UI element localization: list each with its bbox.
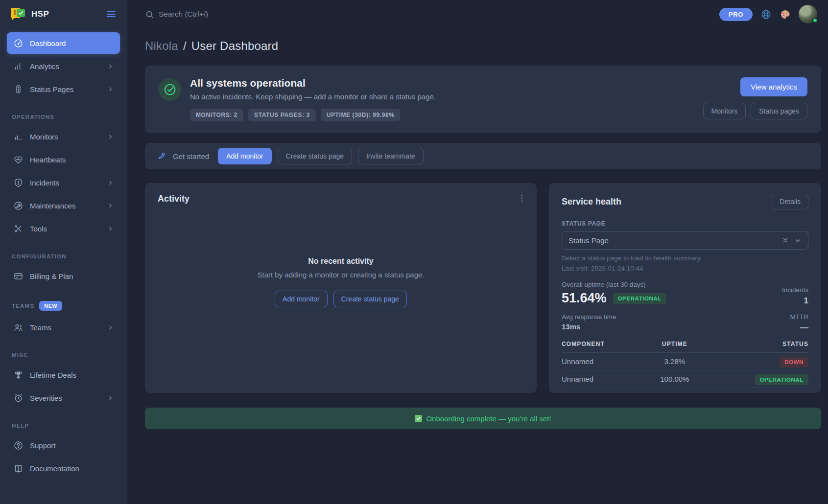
status-page-select-label: STATUS PAGE bbox=[562, 220, 808, 227]
select-helper-text: Select a status page to load its health … bbox=[562, 254, 808, 262]
section-label: HELP bbox=[12, 423, 29, 429]
service-health-card: Service health Details STATUS PAGE Statu… bbox=[549, 183, 821, 393]
incidents-value: 1 bbox=[782, 296, 808, 306]
user-avatar[interactable] bbox=[799, 5, 817, 23]
sidebar-item-support[interactable]: Support bbox=[7, 435, 120, 456]
plan-badge[interactable]: PRO bbox=[719, 8, 753, 21]
sidebar-item-dashboard[interactable]: Dashboard bbox=[7, 32, 120, 54]
sidebar-item-billing-plan[interactable]: Billing & Plan bbox=[7, 265, 120, 287]
activity-empty-state: No recent activity Start by adding a mon… bbox=[158, 204, 524, 382]
sidebar-item-monitors[interactable]: Monitors bbox=[7, 126, 120, 147]
page-content: Nikola/User Dashboard All systems operat… bbox=[127, 28, 828, 429]
mttr-value: — bbox=[790, 323, 809, 333]
analytics-icon bbox=[13, 61, 24, 71]
section-label: OPERATIONS bbox=[12, 114, 54, 120]
dashboard-icon bbox=[13, 38, 24, 48]
hero-secondary-buttons: MonitorsStatus pages bbox=[703, 103, 807, 119]
chevron-right-icon bbox=[107, 394, 114, 402]
sidebar-item-label: Lifetime Deals bbox=[30, 371, 114, 379]
status-badge: OPERATIONAL bbox=[755, 374, 808, 385]
sidebar-item-tools[interactable]: Tools bbox=[7, 218, 120, 239]
tools-icon bbox=[13, 224, 24, 234]
status-badge: DOWN bbox=[780, 357, 808, 367]
details-button[interactable]: Details bbox=[772, 194, 808, 209]
status-hero-card: All systems operational No active incide… bbox=[145, 66, 821, 133]
sidebar-item-incidents[interactable]: Incidents bbox=[7, 172, 120, 193]
sidebar-item-label: Support bbox=[30, 441, 114, 450]
sidebar-item-analytics[interactable]: Analytics bbox=[7, 55, 120, 77]
hero-stat-chips: MONITORS: 2STATUS PAGES: 3UPTIME (30D): … bbox=[190, 109, 436, 121]
sidebar-item-label: Severities bbox=[30, 394, 100, 402]
book-icon bbox=[13, 463, 24, 474]
avg-response-label: Avg response time bbox=[562, 313, 616, 321]
sidebar-section-header: OPERATIONS bbox=[0, 101, 127, 126]
create-status-page-button[interactable]: Create status page bbox=[278, 148, 352, 164]
component-uptime: 100.00% bbox=[646, 370, 703, 388]
sidebar-item-label: Analytics bbox=[30, 62, 100, 70]
component-name: Unnamed bbox=[562, 353, 646, 370]
search-icon bbox=[145, 10, 154, 19]
status-page-select[interactable]: Status Page bbox=[562, 231, 808, 250]
brand-name: HSP bbox=[31, 9, 99, 19]
heartbeats-icon bbox=[13, 155, 24, 165]
sidebar-section-header: CONFIGURATION bbox=[0, 241, 127, 265]
sidebar-item-maintenances[interactable]: Maintenances bbox=[7, 195, 120, 216]
table-header: STATUS bbox=[703, 341, 808, 353]
chevron-down-icon[interactable] bbox=[794, 237, 802, 244]
add-monitor-button[interactable]: Add monitor bbox=[275, 291, 327, 307]
breadcrumb-parent[interactable]: Nikola bbox=[145, 39, 178, 52]
sidebar-item-teams[interactable]: Teams bbox=[7, 317, 120, 338]
sidebar-item-lifetime-deals[interactable]: Lifetime Deals bbox=[7, 364, 120, 386]
app-logo-icon[interactable] bbox=[11, 7, 25, 21]
sidebar-item-heartbeats[interactable]: Heartbeats bbox=[7, 149, 120, 170]
search-input[interactable]: Search (Ctrl+/) bbox=[145, 10, 719, 19]
empty-state-subtitle: Start by adding a monitor or creating a … bbox=[257, 271, 424, 279]
billing-icon bbox=[13, 271, 24, 281]
sidebar-item-label: Monitors bbox=[30, 133, 100, 141]
activity-title: Activity bbox=[158, 194, 524, 204]
add-monitor-button[interactable]: Add monitor bbox=[218, 148, 271, 164]
menu-toggle-icon[interactable] bbox=[105, 8, 117, 20]
status-pages-icon bbox=[13, 84, 24, 94]
kebab-menu-icon[interactable]: ⋮ bbox=[518, 194, 526, 202]
create-status-page-button[interactable]: Create status page bbox=[333, 291, 407, 307]
invite-teammate-button[interactable]: Invite teammate bbox=[358, 148, 424, 164]
table-row: Unnamed3.28%DOWN bbox=[562, 353, 808, 370]
language-globe-icon[interactable] bbox=[760, 9, 772, 20]
hero-stat-chip: MONITORS: 2 bbox=[190, 109, 243, 121]
get-started-label: Get started bbox=[173, 152, 209, 160]
chevron-right-icon bbox=[107, 225, 114, 232]
onboarding-banner: Onboarding complete — you’re all set! bbox=[145, 408, 821, 429]
breadcrumb: Nikola/User Dashboard bbox=[145, 39, 821, 53]
activity-buttons: Add monitorCreate status page bbox=[275, 291, 407, 307]
hero-stat-chip: STATUS PAGES: 3 bbox=[248, 109, 316, 121]
banner-text: Onboarding complete — you’re all set! bbox=[426, 414, 551, 423]
sidebar-item-status-pages[interactable]: Status Pages bbox=[7, 78, 120, 100]
sidebar-item-label: Teams bbox=[30, 323, 100, 332]
hero-subtitle: No active incidents. Keep shipping — add… bbox=[190, 92, 436, 101]
component-name: Unnamed bbox=[562, 370, 646, 388]
chevron-right-icon bbox=[107, 179, 114, 186]
search-placeholder: Search (Ctrl+/) bbox=[159, 10, 208, 19]
sidebar-item-severities[interactable]: Severities bbox=[7, 387, 120, 409]
topbar-actions: PRO bbox=[719, 5, 817, 23]
table-header: UPTIME bbox=[646, 341, 703, 353]
sidebar-item-label: Dashboard bbox=[30, 39, 114, 47]
chevron-right-icon bbox=[107, 202, 114, 209]
table-header-row: COMPONENTUPTIMESTATUS bbox=[562, 341, 808, 353]
status-page-select-value: Status Page bbox=[568, 236, 782, 245]
teams-icon bbox=[13, 322, 24, 333]
monitors-button[interactable]: Monitors bbox=[703, 103, 746, 119]
chevron-right-icon bbox=[107, 324, 114, 331]
chevron-right-icon bbox=[107, 86, 114, 93]
sidebar-item-label: Maintenances bbox=[30, 202, 100, 210]
status-pages-button[interactable]: Status pages bbox=[751, 103, 807, 119]
theme-palette-icon[interactable] bbox=[780, 9, 791, 20]
view-analytics-button[interactable]: View analytics bbox=[740, 77, 807, 96]
clear-selection-icon[interactable] bbox=[782, 237, 789, 244]
hero-title: All systems operational bbox=[190, 77, 436, 89]
sidebar-item-label: Billing & Plan bbox=[30, 272, 114, 280]
section-label: MISC bbox=[12, 352, 28, 358]
operational-check-icon bbox=[159, 78, 181, 101]
sidebar-item-documentation[interactable]: Documentation bbox=[7, 458, 120, 479]
